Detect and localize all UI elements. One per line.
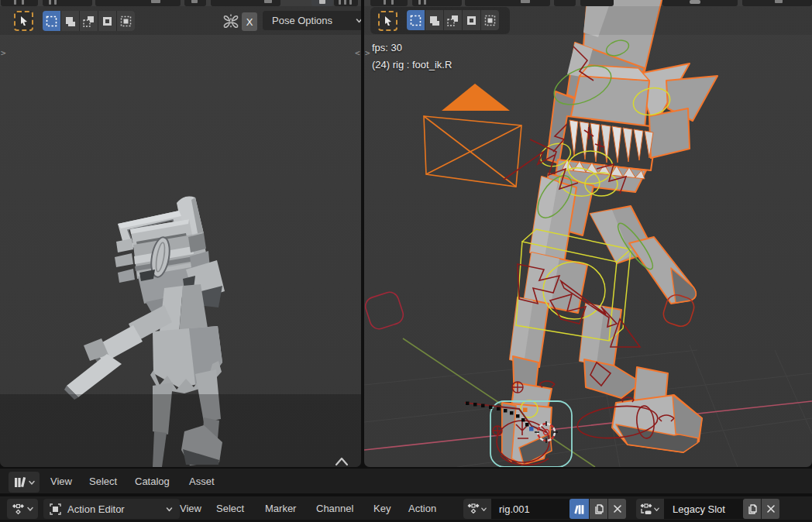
select-subtract-icon	[447, 15, 459, 26]
slot-icon	[640, 503, 652, 515]
asset-library-icon	[573, 503, 585, 515]
camera-object	[424, 84, 521, 187]
action-duplicate-button[interactable]	[590, 499, 607, 519]
header-pill	[465, 0, 550, 6]
header-pill	[554, 0, 576, 6]
menu-select[interactable]: Select	[89, 476, 117, 487]
menu-marker[interactable]: Marker	[265, 503, 296, 514]
action-icon	[467, 503, 480, 514]
select-mode-invert-button[interactable]	[463, 10, 481, 30]
menu-select[interactable]: Select	[216, 503, 244, 514]
select-mode-subtract-button[interactable]	[444, 10, 463, 30]
header-icon-stub	[424, 0, 426, 5]
select-mode-group-right	[407, 10, 499, 30]
header-pill	[370, 0, 408, 6]
chevron-down-icon	[653, 506, 660, 513]
menu-action[interactable]: Action	[408, 503, 436, 514]
select-extend-icon	[64, 15, 76, 27]
header-icon-stub	[14, 0, 16, 5]
chevron-down-icon	[26, 505, 34, 513]
mirror-x-toggle-button[interactable]: X	[242, 12, 257, 31]
select-mode-intersect-button[interactable]	[481, 10, 499, 30]
chevron-down-icon	[355, 16, 361, 25]
chevron-down-icon	[480, 506, 487, 513]
left-viewport-scene	[0, 0, 361, 467]
toolbar-expand-chevron-right[interactable]: >	[365, 48, 370, 58]
select-mode-invert-button[interactable]	[98, 11, 117, 31]
select-mode-group-left	[43, 11, 135, 31]
mirror-x-icon[interactable]	[222, 12, 240, 31]
select-mode-subtract-button[interactable]	[80, 11, 98, 31]
select-invert-icon	[466, 15, 477, 26]
header-icon-stub	[418, 0, 421, 5]
action-editor-mode-icon	[50, 503, 61, 515]
dope-sheet-mode-label: Action Editor	[67, 503, 125, 515]
header-icon-stub	[49, 0, 51, 5]
select-invert-icon	[102, 15, 113, 27]
chevron-down-icon	[28, 479, 36, 486]
header-icon-stub	[384, 0, 386, 5]
header-pill	[580, 0, 614, 6]
sidebar-expand-chevron[interactable]: <	[355, 48, 360, 58]
dope-sheet-header: Action Editor View Select Marker Channel…	[0, 496, 812, 522]
menu-key[interactable]: Key	[373, 503, 391, 514]
slot-name-field[interactable]: Legacy Slot	[664, 499, 751, 519]
header-icon-stub	[349, 0, 352, 5]
asset-shelf-header: View Select Catalog Asset	[0, 468, 812, 495]
header-icon-stub	[191, 0, 198, 3]
slot-duplicate-button[interactable]	[743, 499, 761, 519]
chevron-down-icon	[165, 505, 174, 513]
editor-type-button[interactable]	[7, 499, 38, 519]
select-set-icon	[410, 15, 421, 26]
header-icon-stub	[319, 0, 325, 4]
pose-options-label: Pose Options	[272, 15, 332, 26]
slot-browse-button[interactable]	[636, 499, 664, 519]
menu-view[interactable]: View	[50, 476, 72, 487]
header-icon-stub	[339, 0, 341, 5]
select-mode-extend-button[interactable]	[425, 10, 444, 30]
select-intersect-icon	[120, 15, 132, 27]
select-mode-set-button[interactable]	[407, 10, 425, 30]
select-extend-icon	[428, 15, 440, 26]
active-bone-label: (24) rig : foot_ik.R	[372, 59, 452, 70]
select-mode-extend-button[interactable]	[61, 11, 80, 31]
header-icon-stub	[775, 0, 783, 3]
blender-window: X Pose Options >	[0, 0, 812, 522]
header-pill	[95, 0, 181, 6]
dope-sheet-mode-dropdown[interactable]: Action Editor	[43, 499, 180, 519]
fps-counter: fps: 30	[372, 42, 402, 53]
active-tool-tweak-button[interactable]	[14, 11, 33, 31]
header-icon-stub	[690, 0, 700, 4]
select-subtract-icon	[83, 15, 95, 27]
asset-browser-icon	[13, 476, 26, 489]
select-intersect-icon	[484, 15, 496, 26]
action-browse-button[interactable]	[463, 499, 491, 519]
menu-channel[interactable]: Channel	[316, 503, 353, 514]
action-name-field[interactable]: rig.001	[491, 499, 576, 519]
slot-unlink-button[interactable]	[762, 499, 779, 519]
viewport-3d-right[interactable]: fps: 30 (24) rig : foot_ik.R >	[364, 0, 812, 467]
toolbar-expand-chevron[interactable]: >	[1, 48, 6, 58]
action-unlink-button[interactable]	[608, 499, 626, 519]
header-icon-stub	[22, 0, 24, 5]
close-icon	[613, 504, 622, 513]
header-icon-stub	[344, 0, 346, 5]
asset-shelf-editor-type-button[interactable]	[9, 472, 40, 493]
select-mode-intersect-button[interactable]	[117, 11, 135, 31]
menu-catalog[interactable]: Catalog	[135, 476, 170, 487]
select-mode-set-button[interactable]	[43, 11, 61, 31]
menu-view[interactable]: View	[180, 503, 201, 514]
menu-asset[interactable]: Asset	[189, 476, 215, 487]
action-asset-toggle-button[interactable]	[569, 499, 589, 519]
duplicate-icon	[746, 503, 758, 515]
header-pill	[1, 0, 38, 6]
cursor-arrow-icon	[383, 15, 394, 26]
duplicate-icon	[593, 503, 604, 515]
close-icon	[766, 504, 776, 513]
select-set-icon	[46, 15, 57, 27]
pose-options-dropdown[interactable]: Pose Options	[263, 11, 361, 30]
viewport-3d-left[interactable]: X Pose Options >	[0, 0, 361, 467]
active-tool-tweak-button-right[interactable]	[378, 11, 397, 31]
dope-sheet-icon	[12, 503, 25, 515]
slot-name-value: Legacy Slot	[673, 503, 725, 515]
